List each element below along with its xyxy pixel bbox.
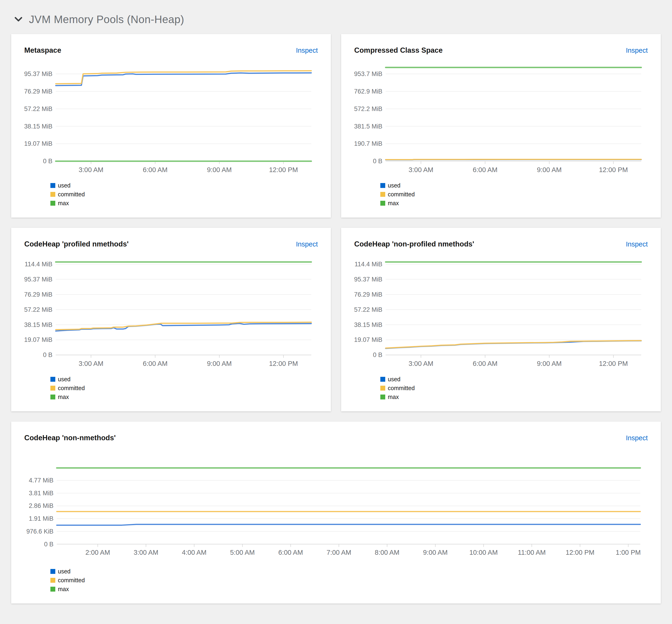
x-axis-tick-label: 9:00 AM	[537, 166, 562, 174]
used-series-line	[56, 73, 311, 85]
x-axis-tick-label: 12:00 PM	[269, 360, 298, 367]
legend-item-committed: committed	[380, 191, 648, 198]
x-axis-tick-label: 9:00 AM	[423, 549, 448, 556]
x-axis-tick-label: 9:00 AM	[537, 360, 562, 367]
y-axis-tick-label: 19.07 MiB	[24, 140, 52, 147]
y-axis-tick-label: 4.77 MiB	[29, 477, 53, 484]
y-axis-tick-label: 2.86 MiB	[29, 502, 53, 510]
codeheap-profiled-nmethods-chart-plot: 0 B19.07 MiB38.15 MiB57.22 MiB76.29 MiB9…	[24, 255, 318, 372]
max-legend-swatch-icon	[50, 201, 55, 206]
x-axis-tick-label: 5:00 AM	[230, 549, 255, 556]
legend-label: max	[388, 200, 399, 207]
inspect-link[interactable]: Inspect	[296, 47, 318, 54]
used-series-line	[386, 341, 641, 348]
y-axis-tick-label: 57.22 MiB	[354, 306, 382, 313]
legend-item-committed: committed	[50, 577, 648, 584]
x-axis-tick-label: 12:00 PM	[269, 166, 298, 174]
y-axis-tick-label: 0 B	[43, 352, 52, 359]
charts-grid: Metaspace Inspect 0 B19.07 MiB38.15 MiB5…	[0, 34, 672, 612]
y-axis-tick-label: 114.4 MiB	[355, 261, 382, 268]
y-axis-tick-label: 762.9 MiB	[354, 88, 382, 95]
legend-label: used	[58, 182, 71, 189]
section-toggle[interactable]: JVM Memory Pools (Non-Heap)	[0, 0, 672, 34]
used-legend-swatch-icon	[50, 377, 55, 382]
codeheap-non-profiled-nmethods-chart-plot: 0 B19.07 MiB38.15 MiB57.22 MiB76.29 MiB9…	[354, 255, 648, 372]
y-axis-tick-label: 76.29 MiB	[24, 291, 52, 298]
x-axis-tick-label: 8:00 AM	[375, 549, 399, 556]
max-legend-swatch-icon	[50, 587, 55, 592]
y-axis-tick-label: 95.37 MiB	[354, 276, 382, 283]
x-axis-tick-label: 10:00 AM	[470, 549, 498, 556]
inspect-link[interactable]: Inspect	[626, 47, 648, 54]
x-axis-tick-label: 3:00 AM	[408, 166, 433, 174]
chart-title: Metaspace	[24, 46, 61, 55]
used-legend-swatch-icon	[50, 569, 55, 574]
chart-title: CodeHeap 'non-nmethods'	[24, 434, 116, 442]
codeheap-non-nmethods-chart-plot: 0 B976.6 KiB1.91 MiB2.86 MiB3.81 MiB4.77…	[24, 449, 648, 564]
legend-label: committed	[58, 385, 85, 391]
x-axis-tick-label: 6:00 AM	[143, 360, 168, 367]
committed-legend-swatch-icon	[50, 578, 55, 583]
compressed-class-space-chart-plot: 0 B190.7 MiB381.5 MiB572.2 MiB762.9 MiB9…	[354, 61, 648, 178]
used-legend-swatch-icon	[380, 377, 385, 382]
legend-item-used: used	[380, 182, 648, 189]
legend-item-max: max	[380, 394, 648, 400]
y-axis-tick-label: 0 B	[43, 158, 52, 165]
x-axis-tick-label: 12:00 PM	[566, 549, 594, 556]
chart-title: Compressed Class Space	[354, 46, 443, 55]
x-axis-tick-label: 6:00 AM	[473, 166, 497, 174]
x-axis-tick-label: 9:00 AM	[207, 360, 232, 367]
used-legend-swatch-icon	[50, 183, 55, 188]
x-axis-tick-label: 12:00 PM	[599, 166, 628, 174]
legend-label: max	[58, 200, 69, 207]
chart-title: CodeHeap 'profiled nmethods'	[24, 240, 129, 248]
chart-card-codeheap-profiled-nmethods: CodeHeap 'profiled nmethods' Inspect 0 B…	[11, 228, 331, 411]
y-axis-tick-label: 1.91 MiB	[29, 515, 53, 522]
inspect-link[interactable]: Inspect	[626, 434, 648, 442]
x-axis-tick-label: 7:00 AM	[326, 549, 351, 556]
legend-label: committed	[58, 577, 85, 584]
inspect-link[interactable]: Inspect	[626, 240, 648, 248]
chart-title: CodeHeap 'non-profiled nmethods'	[354, 240, 474, 248]
x-axis-tick-label: 9:00 AM	[207, 166, 232, 174]
legend-item-max: max	[50, 394, 318, 400]
chart-legend: usedcommittedmax	[50, 568, 648, 593]
inspect-link[interactable]: Inspect	[296, 240, 318, 248]
x-axis-tick-label: 3:00 AM	[408, 360, 433, 367]
y-axis-tick-label: 190.7 MiB	[354, 140, 382, 147]
legend-item-committed: committed	[380, 385, 648, 391]
y-axis-tick-label: 381.5 MiB	[354, 123, 382, 130]
y-axis-tick-label: 57.22 MiB	[24, 306, 52, 313]
max-legend-swatch-icon	[380, 201, 385, 206]
legend-label: max	[58, 586, 69, 593]
legend-item-committed: committed	[50, 385, 318, 391]
x-axis-tick-label: 1:00 PM	[616, 549, 641, 556]
y-axis-tick-label: 76.29 MiB	[24, 88, 52, 95]
chevron-down-icon	[15, 17, 22, 22]
jvm-memory-pools-section: JVM Memory Pools (Non-Heap) Metaspace In…	[0, 0, 672, 612]
y-axis-tick-label: 976.6 KiB	[26, 528, 53, 535]
y-axis-tick-label: 38.15 MiB	[354, 321, 382, 328]
chart-card-compressed-class-space: Compressed Class Space Inspect 0 B190.7 …	[341, 34, 661, 217]
x-axis-tick-label: 3:00 AM	[79, 360, 103, 367]
used-series-line	[57, 524, 640, 525]
chart-legend: usedcommittedmax	[380, 376, 648, 400]
max-legend-swatch-icon	[50, 394, 55, 399]
chart-legend: usedcommittedmax	[50, 182, 318, 207]
committed-legend-swatch-icon	[380, 192, 385, 197]
legend-label: used	[388, 182, 400, 189]
legend-item-used: used	[380, 376, 648, 383]
x-axis-tick-label: 6:00 AM	[143, 166, 168, 174]
legend-item-used: used	[50, 568, 648, 575]
legend-label: committed	[388, 385, 415, 391]
x-axis-tick-label: 3:00 AM	[79, 166, 103, 174]
y-axis-tick-label: 953.7 MiB	[354, 71, 382, 77]
y-axis-tick-label: 0 B	[373, 158, 382, 165]
legend-label: used	[58, 376, 71, 383]
x-axis-tick-label: 6:00 AM	[278, 549, 303, 556]
y-axis-tick-label: 572.2 MiB	[354, 105, 382, 112]
chart-card-codeheap-non-nmethods: CodeHeap 'non-nmethods' Inspect 0 B976.6…	[11, 422, 661, 603]
committed-legend-swatch-icon	[380, 386, 385, 391]
y-axis-tick-label: 38.15 MiB	[24, 123, 52, 130]
legend-item-committed: committed	[50, 191, 318, 198]
